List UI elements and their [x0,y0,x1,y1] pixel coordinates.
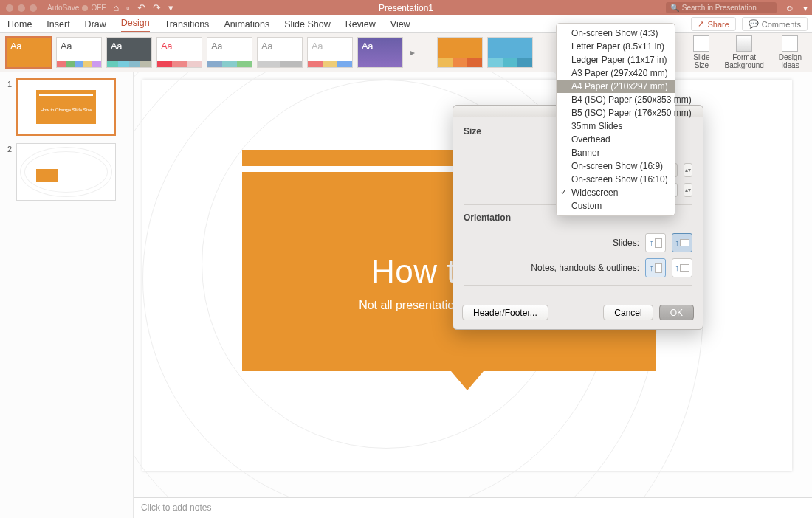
tab-home[interactable]: Home [7,16,32,32]
dropdown-item-label: Custom [571,201,602,211]
save-icon[interactable]: ▫ [126,2,130,13]
search-icon: 🔍 [670,4,679,12]
slide-size-label: Slide Size [693,53,709,69]
format-background-label: Format Background [724,53,763,69]
quick-access-toolbar: ⌂ ▫ ↶ ↷ ▾ [113,2,173,13]
minimize-icon[interactable] [18,4,25,12]
autosave-dot-icon [82,5,88,11]
dropdown-item[interactable]: Overhead [557,133,675,146]
theme-aa-label: Aa [157,38,202,52]
theme-option-1[interactable]: Aa [6,37,52,68]
search-placeholder: Search in Presentation [682,4,757,12]
theme-aa-label: Aa [107,38,151,52]
dropdown-item-label: 35mm Slides [571,121,622,131]
design-ideas-button[interactable]: Design Ideas [779,35,802,69]
share-icon: ↗ [698,19,704,29]
theme-option-2[interactable]: Aa [56,37,102,68]
theme-aa-label: Aa [207,38,252,52]
theme-option-5[interactable]: Aa [207,37,252,68]
dropdown-item[interactable]: ✓Widescreen [557,186,675,199]
slides-portrait-button[interactable]: ↑ [645,233,666,252]
dropdown-item-label: B5 (ISO) Paper (176x250 mm) [571,108,692,118]
dropdown-item[interactable]: Banner [557,146,675,159]
dropdown-item[interactable]: 35mm Slides [557,120,675,133]
share-button[interactable]: ↗ Share [691,17,735,31]
dropdown-item[interactable]: On-screen Show (16:9) [557,159,675,173]
zoom-icon[interactable] [30,4,37,12]
dropdown-item-label: Banner [571,148,600,158]
width-stepper[interactable]: ▴▾ [684,163,692,177]
autosave-toggle[interactable]: AutoSave OFF [47,4,106,12]
theme-option-7[interactable]: Aa [307,37,353,68]
feedback-icon[interactable]: ☺ [785,3,794,13]
design-ideas-icon [782,35,798,52]
dropdown-item[interactable]: Custom [557,199,675,213]
notes-orientation-label: Notes, handouts & outlines: [531,263,639,273]
ribbon-tabs: Home Insert Draw Design Transitions Anim… [0,15,812,33]
height-stepper[interactable]: ▴▾ [684,183,692,197]
window-controls[interactable] [6,4,37,12]
notes-pane[interactable]: Click to add notes [134,497,812,518]
notes-placeholder: Click to add notes [141,503,211,513]
tab-animations[interactable]: Animations [224,16,269,32]
callout-pointer-icon [451,371,484,390]
themes-more-button[interactable]: ▸ [407,47,418,58]
tab-view[interactable]: View [390,16,410,32]
theme-aa-label: Aa [358,38,402,52]
slide-size-button[interactable]: Slide Size [693,35,709,69]
qat-more-icon[interactable]: ▾ [168,2,173,13]
tab-draw[interactable]: Draw [85,16,106,32]
slide-thumbnail-pane[interactable]: 1 How to Change Slide Size 2 [0,72,133,518]
slide-number: 2 [7,143,12,153]
theme-aa-label: Aa [308,38,352,52]
tab-insert[interactable]: Insert [47,16,69,32]
search-input[interactable]: 🔍 Search in Presentation [666,2,777,13]
close-icon[interactable] [6,4,13,12]
dropdown-item[interactable]: Ledger Paper (11x17 in) [557,53,675,66]
account-chevron-icon[interactable]: ▾ [803,3,808,13]
tab-review[interactable]: Review [345,16,376,32]
tab-design[interactable]: Design [121,15,150,32]
theme-option-3[interactable]: Aa [106,37,152,68]
title-bar: AutoSave OFF ⌂ ▫ ↶ ↷ ▾ Presentation1 🔍 S… [0,0,812,15]
redo-icon[interactable]: ↷ [153,2,161,13]
dropdown-item-label: Ledger Paper (11x17 in) [571,55,667,65]
variant-option-2[interactable] [487,37,533,68]
tab-slide-show[interactable]: Slide Show [284,16,331,32]
theme-option-4[interactable]: Aa [156,37,202,68]
slide-size-dropdown[interactable]: On-screen Show (4:3)Letter Paper (8.5x11… [556,23,675,216]
share-label: Share [707,20,729,29]
tab-transitions[interactable]: Transitions [165,16,210,32]
theme-aa-label: Aa [258,38,302,52]
dropdown-item[interactable]: B4 (ISO) Paper (250x353 mm) [557,93,675,106]
ok-button[interactable]: OK [659,305,694,320]
notes-landscape-button[interactable]: ↑ [672,258,692,277]
undo-icon[interactable]: ↶ [137,2,145,13]
autosave-label: AutoSave [47,4,79,12]
home-icon[interactable]: ⌂ [113,2,119,13]
header-footer-button[interactable]: Header/Footer... [462,305,548,320]
theme-option-6[interactable]: Aa [257,37,303,68]
comments-button[interactable]: 💬 Comments [742,17,808,31]
theme-option-8[interactable]: Aa [357,37,403,68]
slides-landscape-button[interactable]: ↑ [672,233,692,252]
dropdown-item[interactable]: A3 Paper (297x420 mm) [557,66,675,80]
dropdown-item[interactable]: Letter Paper (8.5x11 in) [557,40,675,53]
slide-thumbnail-1[interactable]: How to Change Slide Size [16,78,116,136]
format-background-button[interactable]: Format Background [724,35,763,69]
variant-option-1[interactable] [437,37,483,68]
dropdown-item[interactable]: On-screen Show (16:10) [557,173,675,186]
slide-size-icon [693,35,709,52]
slide-thumbnail-2[interactable] [16,143,116,201]
notes-portrait-button[interactable]: ↑ [645,258,666,277]
slide-number: 1 [7,78,12,89]
cancel-button[interactable]: Cancel [603,305,653,320]
thumbnail-title: How to Change Slide Size [36,108,96,112]
dropdown-item-label: On-screen Show (16:9) [571,161,663,171]
dropdown-item[interactable]: B5 (ISO) Paper (176x250 mm) [557,106,675,120]
theme-aa-label: Aa [57,38,101,52]
dropdown-item[interactable]: On-screen Show (4:3) [557,27,675,40]
dropdown-item[interactable]: A4 Paper (210x297 mm) [557,80,675,93]
design-ribbon: Aa Aa Aa Aa Aa Aa Aa Aa ▸ Slide Size For… [0,33,812,72]
dropdown-item-label: Overhead [571,134,610,145]
